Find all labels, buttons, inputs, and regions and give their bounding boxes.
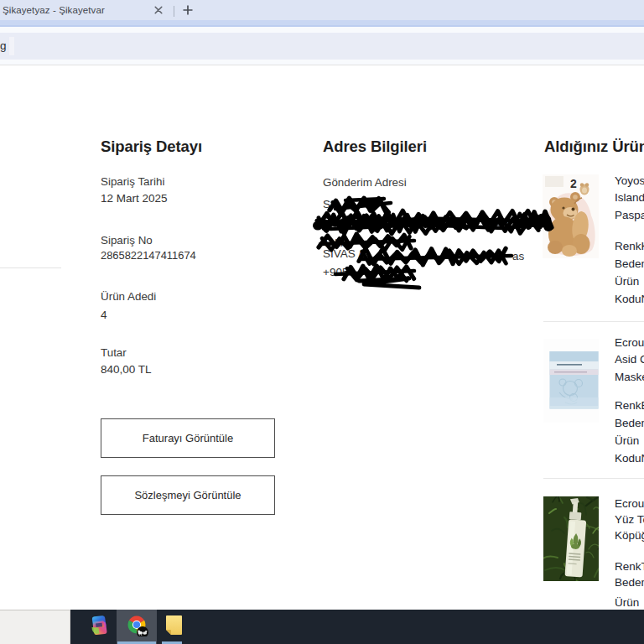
svg-text:2: 2 xyxy=(570,177,577,190)
